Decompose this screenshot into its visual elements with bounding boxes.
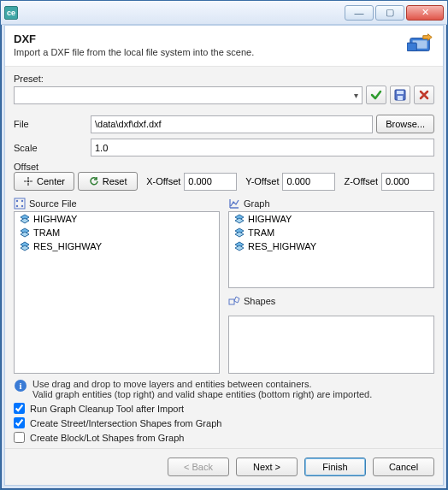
y-offset-input[interactable] [282, 173, 335, 191]
maximize-button[interactable]: ▢ [375, 5, 404, 21]
blocks-checkbox[interactable] [14, 432, 25, 443]
finish-button[interactable]: Finish [304, 458, 366, 476]
close-button[interactable]: ✕ [406, 5, 444, 21]
layer-icon [20, 227, 30, 238]
cancel-button[interactable]: Cancel [373, 458, 434, 476]
page-description: Import a DXF file from the local file sy… [14, 47, 400, 57]
graph-icon [228, 198, 240, 210]
list-item-label: HIGHWAY [248, 214, 292, 224]
svg-point-10 [16, 205, 18, 207]
source-file-icon [14, 198, 26, 210]
svg-marker-21 [235, 232, 244, 237]
preset-label: Preset: [14, 74, 434, 84]
source-file-list[interactable]: HIGHWAYTRAMRES_HIGHWAY [14, 211, 220, 374]
x-offset-input[interactable] [184, 173, 237, 191]
svg-rect-4 [397, 91, 404, 94]
x-offset-label: X-Offset [146, 176, 180, 186]
delete-preset-button[interactable] [414, 86, 434, 104]
layer-icon [20, 214, 30, 224]
svg-rect-7 [15, 198, 25, 209]
list-item[interactable]: RES_HIGHWAY [229, 239, 433, 253]
info-icon: i [14, 379, 27, 393]
streets-label: Create Street/Intersection Shapes from G… [30, 418, 221, 428]
preset-combo[interactable]: ▾ [14, 86, 363, 104]
svg-point-9 [21, 200, 23, 202]
list-item[interactable]: RES_HIGHWAY [15, 239, 219, 253]
dialog-window: ce — ▢ ✕ DXF Import a DXF file from the … [0, 0, 448, 490]
svg-marker-23 [235, 245, 244, 251]
list-item-label: TRAM [33, 227, 60, 238]
center-button[interactable]: Center [14, 172, 74, 191]
list-item[interactable]: HIGHWAY [15, 212, 219, 226]
import-icon [407, 32, 434, 56]
reset-icon [89, 176, 99, 186]
streets-checkbox[interactable] [14, 417, 25, 428]
svg-rect-24 [229, 299, 234, 304]
z-offset-label: Z-Offset [344, 176, 378, 186]
page-title: DXF [14, 32, 400, 45]
client-area: DXF Import a DXF file from the local fil… [4, 25, 444, 486]
scale-input[interactable] [91, 139, 434, 156]
svg-point-11 [21, 205, 23, 207]
svg-rect-2 [407, 43, 416, 50]
cleanup-checkbox-row[interactable]: Run Graph Cleanup Tool after Import [14, 403, 434, 414]
layer-icon [234, 227, 245, 238]
info-text: Use drag and drop to move layers and ent… [32, 379, 372, 399]
reset-button[interactable]: Reset [78, 172, 138, 191]
shapes-list[interactable] [228, 316, 434, 374]
shapes-title: Shapes [244, 296, 275, 306]
graph-list[interactable]: HIGHWAYTRAMRES_HIGHWAY [228, 211, 434, 288]
list-item[interactable]: TRAM [15, 226, 219, 239]
layer-icon [234, 241, 245, 251]
svg-rect-5 [398, 96, 403, 100]
svg-marker-19 [235, 218, 244, 223]
svg-marker-17 [21, 245, 29, 251]
svg-marker-13 [21, 218, 29, 223]
list-item-label: HIGHWAY [33, 214, 77, 224]
source-file-title: Source File [29, 198, 77, 209]
blocks-checkbox-row[interactable]: Create Block/Lot Shapes from Graph [14, 432, 434, 443]
minimize-button[interactable]: — [345, 5, 374, 21]
svg-point-8 [16, 200, 18, 202]
list-item[interactable]: TRAM [229, 226, 433, 239]
apply-preset-button[interactable] [366, 86, 386, 104]
z-offset-input[interactable] [381, 173, 434, 191]
cleanup-label: Run Graph Cleanup Tool after Import [30, 404, 184, 414]
header: DXF Import a DXF file from the local fil… [5, 26, 443, 67]
svg-marker-15 [21, 232, 29, 237]
shapes-icon [228, 295, 240, 307]
chevron-down-icon: ▾ [354, 91, 358, 100]
scale-label: Scale [14, 143, 91, 153]
layer-icon [20, 241, 30, 251]
layer-icon [234, 214, 245, 224]
svg-marker-25 [234, 297, 239, 303]
svg-text:i: i [19, 381, 21, 391]
blocks-label: Create Block/Lot Shapes from Graph [30, 433, 184, 443]
graph-title: Graph [244, 198, 270, 209]
file-input[interactable] [91, 115, 373, 133]
cleanup-checkbox[interactable] [14, 403, 25, 414]
list-item-label: TRAM [248, 227, 274, 238]
app-icon: ce [4, 6, 18, 20]
file-label: File [14, 119, 91, 129]
browse-button[interactable]: Browse... [376, 115, 434, 133]
next-button[interactable]: Next > [236, 458, 298, 476]
titlebar[interactable]: ce — ▢ ✕ [1, 1, 447, 25]
streets-checkbox-row[interactable]: Create Street/Intersection Shapes from G… [14, 417, 434, 428]
offset-label: Offset [14, 162, 434, 172]
center-icon [23, 176, 33, 186]
footer: < Back Next > Finish Cancel [5, 448, 443, 485]
save-preset-button[interactable] [390, 86, 410, 104]
list-item-label: RES_HIGHWAY [248, 241, 316, 251]
list-item-label: RES_HIGHWAY [33, 241, 102, 251]
list-item[interactable]: HIGHWAY [229, 212, 433, 226]
y-offset-label: Y-Offset [245, 176, 279, 186]
back-button: < Back [168, 458, 229, 476]
svg-point-6 [27, 180, 30, 183]
